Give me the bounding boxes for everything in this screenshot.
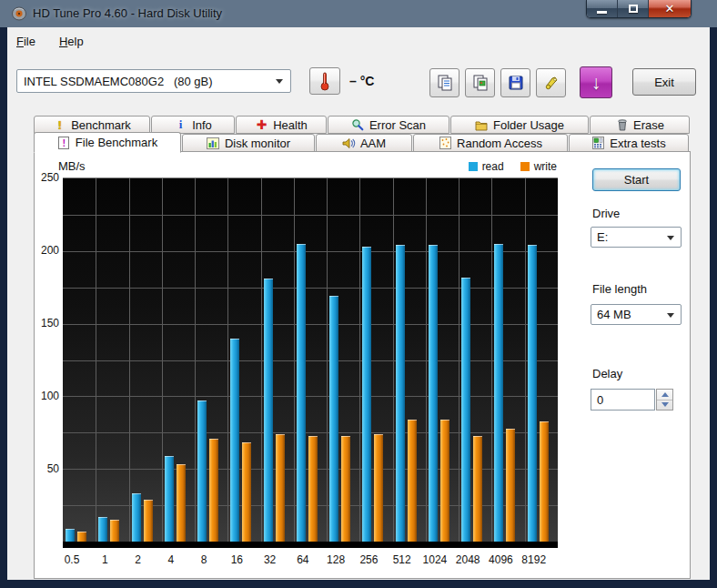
write-bar-8 [209, 439, 218, 542]
x-tick-8192: 8192 [521, 553, 546, 566]
save-screenshot-button[interactable]: ↓ [580, 66, 612, 98]
start-button-label: Start [624, 173, 649, 187]
x-tick-0.5: 0.5 [65, 553, 80, 566]
bar-group-4 [162, 178, 195, 542]
read-bar-256 [362, 247, 371, 542]
close-icon: ✕ [665, 2, 675, 15]
start-button[interactable]: Start [592, 168, 681, 191]
spin-up-button[interactable] [657, 390, 672, 400]
tab-label: Extra tests [610, 137, 665, 150]
file-length-label: File length [592, 282, 647, 296]
read-bar-2048 [461, 278, 470, 542]
tab-health[interactable]: ✚Health [236, 116, 327, 134]
temperature-button[interactable] [309, 67, 340, 95]
delay-input[interactable]: 0 [591, 389, 655, 411]
copy-text-button[interactable] [429, 68, 459, 97]
x-tick-512: 512 [393, 553, 411, 566]
down-arrow-icon: ↓ [591, 73, 601, 92]
delay-input-value: 0 [597, 393, 603, 407]
x-axis-line [63, 542, 558, 548]
bar-group-128 [327, 178, 359, 542]
read-bar-512 [396, 245, 405, 542]
plot-area [63, 178, 558, 542]
minimize-icon [597, 11, 607, 14]
health-cross-icon: ✚ [255, 118, 268, 131]
write-bar-16 [242, 442, 251, 542]
bar-group-4096 [491, 178, 524, 542]
chevron-down-icon [667, 313, 674, 318]
tab-disk-monitor[interactable]: Disk monitor [182, 134, 315, 152]
file-benchmark-icon: ! [57, 137, 71, 149]
y-tick-50: 50 [35, 462, 59, 475]
x-tick-4096: 4096 [489, 553, 513, 566]
close-button[interactable]: ✕ [649, 0, 691, 17]
tab-extra-tests[interactable]: Extra tests [569, 134, 689, 152]
write-bar-2 [144, 500, 153, 542]
write-bar-1024 [440, 420, 449, 542]
tab-info[interactable]: iInfo [151, 116, 235, 134]
write-bar-64 [308, 436, 318, 542]
exit-button[interactable]: Exit [632, 68, 696, 96]
write-bar-128 [341, 436, 350, 542]
bar-group-2048 [459, 178, 491, 542]
menu-item-help[interactable]: Help [59, 35, 84, 48]
chevron-down-icon [667, 236, 674, 240]
y-tick-200: 200 [35, 244, 59, 257]
x-tick-64: 64 [297, 553, 308, 566]
tab-label: File Benchmark [76, 136, 157, 149]
bar-group-1 [96, 178, 128, 542]
bar-group-64 [294, 178, 327, 542]
menu-item-file[interactable]: File [16, 35, 35, 48]
capture-button[interactable] [536, 68, 566, 97]
thermometer-icon [319, 71, 330, 91]
drive-select-value: E: [597, 230, 608, 244]
save-floppy-icon [507, 74, 525, 92]
calculator-icon [591, 137, 605, 149]
maximize-button[interactable] [618, 0, 649, 17]
benchmark-chart [63, 177, 558, 548]
exclamation-icon: ! [53, 118, 66, 131]
file-length-select[interactable]: 64 MB [591, 304, 682, 325]
tab-label: Erase [633, 118, 664, 132]
tab-erase[interactable]: Erase [590, 116, 690, 134]
tab-aam[interactable]: AAM [316, 134, 412, 152]
read-bar-2 [132, 493, 141, 542]
read-swatch-icon [469, 162, 478, 171]
read-bar-128 [329, 296, 338, 542]
title-bar[interactable]: HD Tune Pro 4.60 - Hard Disk Utility ✕ [0, 0, 717, 27]
write-bar-0.5 [77, 532, 86, 542]
drive-select[interactable]: E: [591, 227, 682, 248]
device-select[interactable]: INTEL SSDMAEMC080G2 (80 gB) [16, 69, 291, 93]
legend-write-label: write [534, 160, 557, 173]
bar-group-8192 [525, 178, 558, 542]
read-bar-1 [98, 517, 107, 542]
spin-down-button[interactable] [657, 400, 672, 411]
write-bar-4096 [506, 429, 515, 542]
y-axis-unit-label: MB/s [58, 159, 86, 173]
random-dots-icon [439, 137, 452, 149]
speaker-icon [342, 137, 356, 149]
chart-legend: read write [469, 160, 557, 173]
trash-icon [615, 118, 629, 131]
bar-group-1024 [426, 178, 459, 542]
read-bar-64 [297, 244, 306, 542]
save-button[interactable] [500, 68, 530, 97]
tab-random-access[interactable]: Random Access [413, 134, 568, 152]
copy-image-button[interactable] [465, 68, 495, 97]
folder-icon [475, 118, 489, 131]
tab-benchmark[interactable]: !Benchmark [34, 116, 150, 134]
app-window: HD Tune Pro 4.60 - Hard Disk Utility ✕ F… [0, 0, 717, 588]
tab-error-scan[interactable]: Error Scan [328, 116, 449, 134]
tab-file-benchmark[interactable]: !File Benchmark [34, 132, 181, 153]
tab-folder-usage[interactable]: Folder Usage [450, 116, 589, 134]
app-icon [12, 6, 27, 21]
tab-label: AAM [360, 137, 386, 150]
chevron-down-icon [276, 79, 283, 84]
write-bar-32 [276, 434, 285, 542]
minimize-button[interactable] [587, 0, 618, 17]
write-bar-256 [374, 434, 383, 542]
y-tick-150: 150 [35, 317, 59, 329]
read-bar-8192 [528, 245, 537, 542]
bar-group-0.5 [63, 178, 96, 542]
delay-stepper [656, 389, 673, 411]
